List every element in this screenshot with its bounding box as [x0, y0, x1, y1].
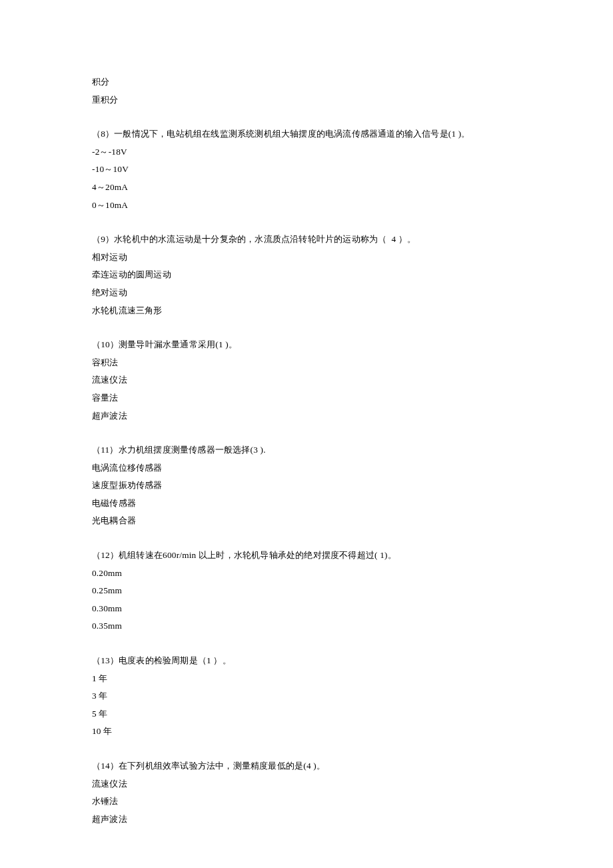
question-option: 速度型振劝传感器: [92, 477, 521, 495]
question-block: （11）水力机组摆度测量传感器一般选择(3 ). 电涡流位移传感器 速度型振劝传…: [92, 441, 521, 530]
question-stem: （12）机组转速在600r/min 以上时，水轮机导轴承处的绝对摆度不得超过( …: [92, 547, 521, 565]
question-block: （8）一般情况下，电站机组在线监测系统测机组大轴摆度的电涡流传感器通道的输入信号…: [92, 125, 521, 214]
question-block: （9）水轮机中的水流运动是十分复杂的，水流质点沿转轮叶片的运动称为（ 4 ）。 …: [92, 231, 521, 319]
question-block: （14）在下列机组效率试验方法中，测量精度最低的是(4 )。 流速仪法 水锤法 …: [92, 757, 521, 828]
preamble-line: 积分: [92, 73, 521, 91]
question-stem: （14）在下列机组效率试验方法中，测量精度最低的是(4 )。: [92, 757, 521, 775]
question-option: 3 年: [92, 687, 521, 705]
question-option: 超声波法: [92, 407, 521, 425]
question-stem: （9）水轮机中的水流运动是十分复杂的，水流质点沿转轮叶片的运动称为（ 4 ）。: [92, 231, 521, 249]
question-option: 水轮机流速三角形: [92, 302, 521, 320]
question-option: 0.20mm: [92, 565, 521, 583]
question-block: （10）测量导叶漏水量通常采用(1 )。 容积法 流速仪法 容量法 超声波法: [92, 336, 521, 425]
question-block: （13）电度表的检验周期是（1 ）。 1 年 3 年 5 年 10 年: [92, 652, 521, 741]
question-stem: （13）电度表的检验周期是（1 ）。: [92, 652, 521, 670]
question-option: 光电耦合器: [92, 512, 521, 530]
question-option: 1 年: [92, 670, 521, 688]
question-block: （12）机组转速在600r/min 以上时，水轮机导轴承处的绝对摆度不得超过( …: [92, 547, 521, 635]
question-stem: （11）水力机组摆度测量传感器一般选择(3 ).: [92, 441, 521, 459]
document-page: 积分 重积分 （8）一般情况下，电站机组在线监测系统测机组大轴摆度的电涡流传感器…: [0, 0, 613, 868]
question-option: 水锤法: [92, 793, 521, 811]
preamble-block: 积分 重积分: [92, 73, 521, 109]
question-option: 容量法: [92, 389, 521, 407]
question-option: -2～-18V: [92, 143, 521, 161]
question-stem: （8）一般情况下，电站机组在线监测系统测机组大轴摆度的电涡流传感器通道的输入信号…: [92, 125, 521, 143]
question-option: 牵连运动的圆周运动: [92, 266, 521, 284]
question-option: 流速仪法: [92, 775, 521, 793]
question-option: 4～20mA: [92, 179, 521, 197]
question-option: 绝对运动: [92, 284, 521, 302]
question-option: 0.35mm: [92, 617, 521, 635]
question-option: -10～10V: [92, 161, 521, 179]
question-option: 流速仪法: [92, 371, 521, 389]
question-option: 容积法: [92, 354, 521, 372]
question-option: 超声波法: [92, 811, 521, 829]
question-option: 5 年: [92, 705, 521, 723]
question-option: 相对运动: [92, 249, 521, 267]
question-option: 0.25mm: [92, 582, 521, 600]
question-option: 电涡流位移传感器: [92, 459, 521, 477]
question-stem: （10）测量导叶漏水量通常采用(1 )。: [92, 336, 521, 354]
question-option: 0～10mA: [92, 197, 521, 215]
question-option: 电磁传感器: [92, 495, 521, 513]
preamble-line: 重积分: [92, 91, 521, 109]
question-option: 0.30mm: [92, 600, 521, 618]
question-option: 10 年: [92, 723, 521, 741]
